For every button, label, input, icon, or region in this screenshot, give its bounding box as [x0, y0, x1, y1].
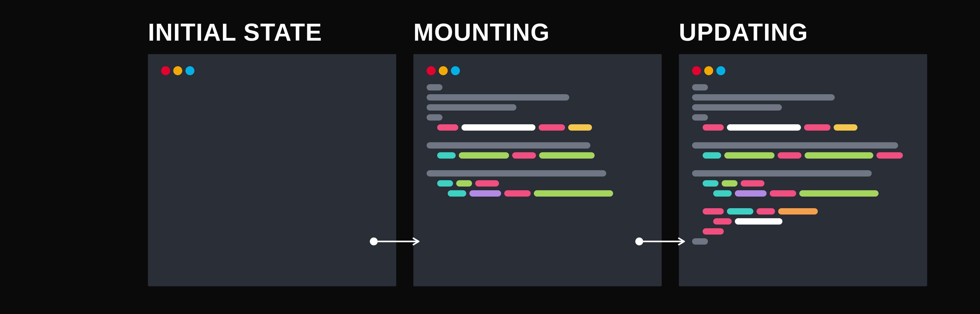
- code-token: [703, 180, 719, 187]
- traffic-zoom-icon: [185, 66, 194, 75]
- editor-initial: [148, 54, 396, 286]
- code-line: [692, 142, 914, 149]
- code-line: [692, 84, 914, 90]
- code-token: [504, 190, 531, 197]
- code-token: [735, 190, 767, 197]
- editor-mounting: [414, 54, 662, 286]
- code-token: [437, 180, 453, 187]
- title-initial: INITIAL STATE: [148, 19, 396, 46]
- code-line: [426, 84, 649, 90]
- traffic-close-icon: [426, 66, 436, 75]
- code-token: [692, 84, 708, 90]
- code-token: [426, 104, 516, 111]
- code-line: [426, 170, 649, 176]
- code-line: [713, 218, 914, 225]
- code-token: [534, 190, 613, 197]
- code-token: [757, 208, 775, 214]
- code-token: [703, 208, 724, 214]
- traffic-zoom-icon: [716, 66, 725, 75]
- code-token: [778, 152, 802, 159]
- code-line: [703, 208, 914, 214]
- arrow-right-icon: [378, 238, 423, 246]
- col-initial: INITIAL STATE: [148, 19, 396, 286]
- code-token: [724, 152, 775, 159]
- code-token: [805, 152, 873, 159]
- code-line: [437, 124, 649, 131]
- code-token: [692, 170, 872, 176]
- code-token: [461, 124, 535, 131]
- title-mounting: MOUNTING: [414, 19, 662, 46]
- code-token: [512, 152, 536, 159]
- code-token: [713, 218, 732, 225]
- traffic-minimize-icon: [439, 66, 448, 75]
- code-token: [713, 190, 732, 197]
- code-line: [692, 238, 914, 244]
- traffic-close-icon: [161, 66, 170, 75]
- code-mounting: [426, 84, 649, 197]
- code-line: [437, 180, 649, 187]
- code-token: [568, 124, 592, 131]
- code-line: [426, 114, 649, 121]
- code-line: [426, 142, 649, 149]
- code-token: [692, 104, 782, 111]
- code-token: [692, 238, 708, 244]
- code-token: [426, 114, 442, 121]
- traffic-lights: [426, 66, 649, 75]
- code-token: [834, 124, 858, 131]
- code-token: [437, 124, 458, 131]
- code-token: [741, 180, 764, 187]
- code-token: [692, 94, 835, 100]
- code-line: [713, 190, 914, 197]
- code-line: [692, 104, 914, 111]
- diagram-stage: INITIAL STATE MOUNTING UPDATING: [0, 0, 980, 314]
- code-token: [722, 180, 738, 187]
- code-token: [735, 218, 783, 225]
- code-line: [426, 104, 649, 111]
- traffic-zoom-icon: [451, 66, 460, 75]
- arrow-origin-dot-icon: [370, 238, 378, 246]
- code-token: [727, 124, 801, 131]
- code-token: [703, 124, 724, 131]
- code-token: [426, 94, 569, 100]
- code-token: [426, 84, 442, 90]
- code-token: [539, 152, 595, 159]
- code-line: [437, 152, 649, 159]
- code-line: [692, 114, 914, 121]
- traffic-close-icon: [692, 66, 701, 75]
- editor-updating: [679, 54, 927, 286]
- code-token: [877, 152, 903, 159]
- code-updating: [692, 84, 914, 244]
- code-token: [727, 208, 753, 214]
- code-line: [703, 180, 914, 187]
- code-line: [703, 124, 914, 131]
- col-updating: UPDATING: [679, 19, 927, 286]
- code-token: [692, 142, 898, 149]
- code-line: [703, 152, 914, 159]
- traffic-minimize-icon: [704, 66, 713, 75]
- code-token: [692, 114, 708, 121]
- code-token: [469, 190, 501, 197]
- code-line: [448, 190, 649, 197]
- code-token: [799, 190, 878, 197]
- code-token: [459, 152, 509, 159]
- code-token: [426, 170, 606, 176]
- code-line: [703, 228, 914, 235]
- arrow-mounting-to-updating: [635, 238, 688, 246]
- code-token: [539, 124, 565, 131]
- arrow-initial-to-mounting: [370, 238, 423, 246]
- code-line: [692, 170, 914, 176]
- col-mounting: MOUNTING: [414, 19, 662, 286]
- code-token: [703, 228, 724, 235]
- arrow-origin-dot-icon: [635, 238, 643, 246]
- code-token: [448, 190, 466, 197]
- traffic-lights: [161, 66, 383, 75]
- arrow-right-icon: [643, 238, 688, 246]
- traffic-lights: [692, 66, 914, 75]
- code-line: [426, 94, 649, 100]
- code-token: [804, 124, 830, 131]
- traffic-minimize-icon: [173, 66, 182, 75]
- code-token: [703, 152, 721, 159]
- title-updating: UPDATING: [679, 19, 927, 46]
- code-token: [426, 142, 590, 149]
- code-token: [475, 180, 499, 187]
